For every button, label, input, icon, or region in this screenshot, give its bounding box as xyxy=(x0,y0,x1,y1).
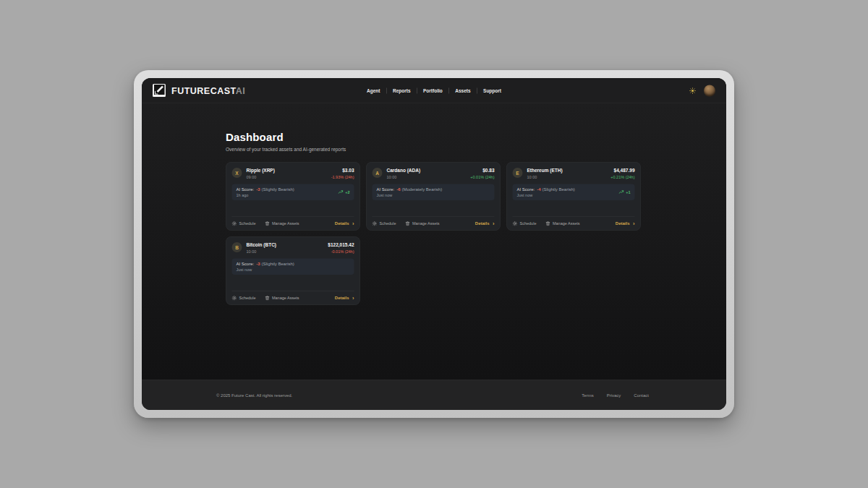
manage-assets-button[interactable]: Manage Assets xyxy=(405,221,439,226)
trash-icon xyxy=(265,221,269,226)
gear-icon xyxy=(513,221,518,226)
trash-icon xyxy=(265,296,269,301)
details-button[interactable]: Details› xyxy=(475,221,495,226)
futurecast-logo-icon xyxy=(153,84,166,98)
gear-icon xyxy=(232,221,237,226)
ai-score-line: AI Score:-3(Slightly Bearish) xyxy=(237,261,294,266)
asset-symbol-icon: E xyxy=(513,168,523,178)
asset-card-header: A Cardano (ADA) 10:00 $0.83 +0.01% (24h) xyxy=(373,168,495,179)
manage-assets-button[interactable]: Manage Assets xyxy=(265,296,299,301)
asset-change-24h: -0.01% (24h) xyxy=(328,249,354,254)
ai-score-line: AI Score:-4(Slightly Bearish) xyxy=(517,187,575,192)
brand-name: FUTURECASTAI xyxy=(171,85,245,96)
ai-score-line: AI Score:-6(Moderately Bearish) xyxy=(377,187,443,192)
asset-card-header: B Bitcoin (BTC) 10:00 $122,015.42 -0.01%… xyxy=(232,242,354,254)
asset-change-24h: -1.93% (24h) xyxy=(331,175,354,179)
asset-change-24h: +0.21% (24h) xyxy=(610,175,634,179)
schedule-button[interactable]: Schedule xyxy=(232,296,256,301)
asset-symbol-icon: A xyxy=(373,168,383,178)
trash-icon xyxy=(545,221,550,226)
asset-card-header: X Ripple (XRP) 09:00 $3.03 -1.93% (24h) xyxy=(232,168,354,179)
card-actions: Schedule Manage Assets Details› xyxy=(373,217,495,226)
main-content: Dashboard Overview of your tracked asset… xyxy=(142,103,726,380)
asset-report-time: 10:00 xyxy=(247,249,277,254)
asset-card-grid: X Ripple (XRP) 09:00 $3.03 -1.93% (24h) … xyxy=(226,162,726,305)
asset-name: Cardano (ADA) xyxy=(387,168,421,174)
footer-link-terms[interactable]: Terms xyxy=(582,393,593,398)
asset-card: A Cardano (ADA) 10:00 $0.83 +0.01% (24h)… xyxy=(366,162,501,231)
card-actions: Schedule Manage Assets Details› xyxy=(232,291,354,301)
asset-change-24h: +0.01% (24h) xyxy=(470,175,494,179)
nav-item-agent[interactable]: Agent xyxy=(361,88,386,94)
trend-value: +1 xyxy=(626,190,630,194)
ai-score-value: -3 xyxy=(256,187,260,192)
asset-report-time: 10:00 xyxy=(527,175,563,179)
details-button[interactable]: Details› xyxy=(616,221,635,226)
ai-sentiment: (Moderately Bearish) xyxy=(402,187,443,192)
user-avatar[interactable] xyxy=(704,85,715,96)
chevron-right-icon: › xyxy=(633,222,635,226)
chevron-right-icon: › xyxy=(352,296,354,300)
ai-updated-time: 1h ago xyxy=(237,193,294,197)
app-header: FUTURECASTAI AgentReportsPortfolioAssets… xyxy=(142,78,726,103)
footer-links: TermsPrivacyContact xyxy=(582,393,649,398)
schedule-button[interactable]: Schedule xyxy=(232,221,256,226)
asset-card: X Ripple (XRP) 09:00 $3.03 -1.93% (24h) … xyxy=(226,162,360,231)
trash-icon xyxy=(405,221,409,226)
ai-score-line: AI Score:-3(Slightly Bearish) xyxy=(237,187,294,192)
card-actions: Schedule Manage Assets Details› xyxy=(232,217,354,226)
footer-link-privacy[interactable]: Privacy xyxy=(607,393,621,398)
ai-score-panel: AI Score:-3(Slightly Bearish) Just now xyxy=(232,259,354,275)
asset-price: $4,487.99 xyxy=(610,168,634,174)
details-button[interactable]: Details› xyxy=(335,221,354,226)
asset-symbol-icon: B xyxy=(232,242,242,252)
gear-icon xyxy=(232,296,237,301)
card-actions: Schedule Manage Assets Details› xyxy=(513,217,635,226)
trending-up-icon xyxy=(339,190,344,194)
brand: FUTURECASTAI xyxy=(153,84,245,98)
ai-score-value: -6 xyxy=(396,187,400,192)
asset-card: B Bitcoin (BTC) 10:00 $122,015.42 -0.01%… xyxy=(226,236,360,305)
ai-sentiment: (Slightly Bearish) xyxy=(262,261,294,266)
asset-price: $3.03 xyxy=(331,168,354,174)
ai-updated-time: Just now xyxy=(377,193,443,197)
trending-up-icon xyxy=(619,190,624,194)
ai-score-value: -4 xyxy=(537,187,540,192)
asset-price: $122,015.42 xyxy=(328,242,354,248)
footer-link-contact[interactable]: Contact xyxy=(634,393,649,398)
main-nav: AgentReportsPortfolioAssetsSupport xyxy=(361,78,508,103)
app-footer: © 2025 Future Cast. All rights reserved.… xyxy=(142,380,726,410)
asset-name: Ethereum (ETH) xyxy=(527,168,563,174)
chevron-right-icon: › xyxy=(352,222,354,226)
schedule-button[interactable]: Schedule xyxy=(513,221,537,226)
asset-name: Bitcoin (BTC) xyxy=(247,242,277,248)
schedule-button[interactable]: Schedule xyxy=(373,221,396,226)
asset-card-header: E Ethereum (ETH) 10:00 $4,487.99 +0.21% … xyxy=(513,168,635,179)
copyright-text: © 2025 Future Cast. All rights reserved. xyxy=(216,393,292,398)
browser-window-frame: FUTURECASTAI AgentReportsPortfolioAssets… xyxy=(134,70,734,418)
ai-updated-time: Just now xyxy=(237,267,294,272)
app-screen: FUTURECASTAI AgentReportsPortfolioAssets… xyxy=(142,78,726,410)
ai-updated-time: Just now xyxy=(517,193,575,197)
asset-symbol-icon: X xyxy=(232,168,242,178)
details-button[interactable]: Details› xyxy=(335,296,354,301)
asset-report-time: 10:00 xyxy=(387,175,421,179)
asset-card: E Ethereum (ETH) 10:00 $4,487.99 +0.21% … xyxy=(506,162,641,231)
nav-item-portfolio[interactable]: Portfolio xyxy=(417,88,449,94)
manage-assets-button[interactable]: Manage Assets xyxy=(545,221,579,226)
page-title: Dashboard xyxy=(226,131,726,143)
trend-badge: +2 xyxy=(339,190,350,194)
ai-score-panel: AI Score:-6(Moderately Bearish) Just now xyxy=(373,184,495,201)
theme-toggle-sun-icon[interactable] xyxy=(689,87,696,94)
asset-report-time: 09:00 xyxy=(247,175,275,179)
chevron-right-icon: › xyxy=(493,222,495,226)
asset-price: $0.83 xyxy=(470,168,494,174)
header-actions xyxy=(689,85,715,96)
nav-item-support[interactable]: Support xyxy=(477,88,508,94)
ai-score-panel: AI Score:-3(Slightly Bearish) 1h ago +2 xyxy=(232,184,354,201)
manage-assets-button[interactable]: Manage Assets xyxy=(265,221,299,226)
nav-item-assets[interactable]: Assets xyxy=(449,88,477,94)
nav-item-reports[interactable]: Reports xyxy=(386,88,417,94)
gear-icon xyxy=(373,221,378,226)
ai-sentiment: (Slightly Bearish) xyxy=(262,187,294,192)
